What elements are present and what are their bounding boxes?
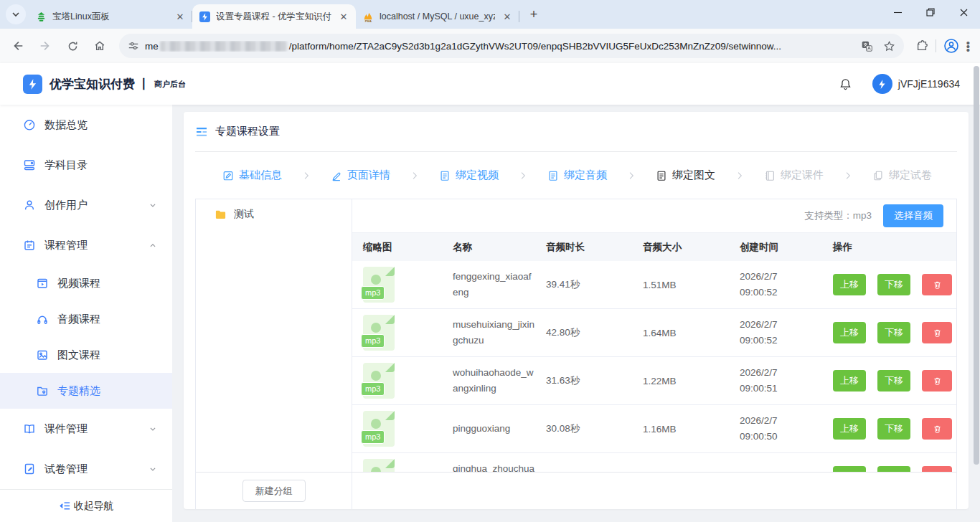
folder-icon [215, 209, 227, 221]
dashboard-gauge-icon [23, 118, 36, 131]
window-restore-button[interactable] [914, 0, 947, 24]
step-bind-video[interactable]: 绑定视频 [439, 169, 499, 182]
translate-icon[interactable] [861, 40, 873, 52]
scrollbar-thumb[interactable] [974, 66, 979, 465]
sidebar-item-course-management[interactable]: 课程管理 [0, 225, 172, 265]
browser-menu-icon[interactable]: ••• [966, 41, 970, 52]
folder-name: 测试 [234, 208, 254, 221]
exam-paper-icon [23, 462, 36, 475]
username[interactable]: jVFJjE119634 [898, 78, 960, 90]
page-scrollbar [973, 63, 980, 522]
url-bar[interactable]: me/platform/home/ZTA2aC9yS2d3b1g2a1dGZyt… [119, 34, 904, 58]
svg-text:PMA: PMA [365, 19, 372, 22]
site-settings-icon[interactable] [128, 40, 139, 52]
topic-folder-icon [36, 384, 49, 397]
tab-close-icon[interactable]: ✕ [501, 10, 514, 23]
reload-button[interactable] [60, 34, 85, 58]
sidebar-item-data-overview[interactable]: 数据总览 [0, 105, 172, 145]
home-button[interactable] [88, 34, 112, 58]
move-up-button[interactable]: 上移 [833, 370, 866, 392]
sidebar-item-video-courses[interactable]: 视频课程 [0, 265, 172, 301]
media-area: 支持类型：mp3 选择音频 缩略图 名称 音频时长 音频大小 创建时间 操作 [352, 199, 956, 472]
sidebar-item-courseware-management[interactable]: 课件管理 [0, 409, 172, 449]
move-down-button[interactable]: 下移 [877, 370, 910, 392]
new-tab-button[interactable]: + [524, 4, 544, 24]
url-redacted-segment [160, 41, 288, 52]
delete-button[interactable] [922, 418, 952, 440]
delete-button[interactable] [922, 322, 952, 343]
sidebar-item-article-courses[interactable]: 图文课程 [0, 337, 172, 373]
step-separator-icon [410, 171, 420, 181]
audio-course-icon [36, 313, 49, 326]
main-content: 专题课程设置 基础信息 页面详情 绑定视频 [172, 105, 980, 522]
audio-created-time: 2026/2/709:00:50 [729, 413, 822, 445]
chevron-up-icon [148, 240, 158, 250]
audio-name: musehuixiang_jixingchuzu [442, 317, 535, 348]
select-audio-button[interactable]: 选择音频 [883, 204, 943, 227]
user-icon [23, 199, 36, 212]
delete-button[interactable] [922, 466, 952, 472]
supported-type-hint: 支持类型：mp3 [804, 209, 872, 222]
extensions-icon[interactable] [915, 39, 928, 52]
move-down-button[interactable]: 下移 [877, 274, 910, 295]
mp3-file-icon: mp3 [363, 267, 395, 303]
column-header-name: 名称 [442, 239, 535, 255]
window-minimize-button[interactable] [881, 0, 914, 24]
bookmark-star-icon[interactable] [883, 40, 895, 52]
browser-tab-phpmyadmin[interactable]: PMA localhost / MySQL / uxue_xyz ✕ [356, 4, 519, 29]
sidebar-item-audio-courses[interactable]: 音频课程 [0, 301, 172, 337]
browser-tab-baota[interactable]: 宝塔Linux面板 ✕ [29, 4, 192, 29]
step-bind-courseware[interactable]: 绑定课件 [764, 169, 824, 182]
move-up-button[interactable]: 上移 [833, 466, 866, 472]
move-up-button[interactable]: 上移 [833, 274, 866, 295]
sidebar-item-creators[interactable]: 创作用户 [0, 185, 172, 225]
notification-bell-icon[interactable] [839, 77, 852, 91]
delete-button[interactable] [922, 274, 952, 295]
collapse-nav-button[interactable]: 收起导航 [0, 489, 172, 522]
trash-icon [932, 376, 943, 386]
group-folder-item[interactable]: 测试 [196, 199, 352, 229]
column-header-duration: 音频时长 [535, 241, 632, 254]
book-icon [23, 422, 36, 435]
step-page-details[interactable]: 页面详情 [331, 169, 390, 182]
trash-icon [932, 472, 943, 473]
user-avatar[interactable] [872, 74, 892, 94]
app-header: 优学宝知识付费 丨 商户后台 jVFJjE119634 [0, 63, 980, 105]
step-bind-exam[interactable]: 绑定试卷 [872, 169, 932, 182]
audio-size: 1.64MB [632, 328, 729, 338]
trash-icon [932, 328, 943, 338]
browser-tab-current[interactable]: 设置专题课程 - 优学宝知识付费 ✕ [192, 4, 356, 29]
move-up-button[interactable]: 上移 [833, 322, 866, 343]
trash-icon [932, 424, 943, 435]
mp3-file-icon: mp3 [363, 315, 395, 351]
move-down-button[interactable]: 下移 [877, 466, 910, 472]
step-basic-info[interactable]: 基础信息 [222, 169, 282, 182]
window-close-button[interactable] [947, 0, 980, 24]
step-bind-image-text[interactable]: 绑定图文 [656, 169, 715, 182]
delete-button[interactable] [922, 370, 952, 392]
url-text: me/platform/home/ZTA2aC9yS2d3b1g2a1dGZyt… [145, 41, 855, 52]
tab-close-icon[interactable]: ✕ [337, 10, 350, 23]
move-up-button[interactable]: 上移 [833, 418, 866, 440]
profile-icon[interactable] [943, 38, 959, 54]
sidebar-item-topic-selection[interactable]: 专题精选 [0, 373, 172, 409]
mp3-file-icon: mp3 [363, 459, 395, 472]
document-icon [439, 170, 451, 181]
sidebar-item-subject-catalog[interactable]: 学科目录 [0, 145, 172, 185]
copy-document-icon [872, 170, 884, 181]
tab-search-button[interactable] [6, 4, 26, 24]
table-body: mp3 fenggexing_xiaoafeng 39.41秒 1.51MB 2… [352, 261, 956, 472]
tab-close-icon[interactable]: ✕ [174, 10, 187, 23]
back-button[interactable] [6, 34, 30, 58]
audio-binding-panel: 测试 支持类型：mp3 选择音频 缩略图 名称 音频时长 音频大小 [195, 199, 957, 473]
move-down-button[interactable]: 下移 [877, 418, 910, 440]
move-down-button[interactable]: 下移 [877, 322, 910, 343]
new-group-button[interactable]: 新建分组 [242, 480, 306, 502]
sidebar-item-exam-management[interactable]: 试卷管理 [0, 449, 172, 489]
mp3-file-icon: mp3 [363, 363, 395, 399]
step-bind-audio[interactable]: 绑定音频 [547, 169, 607, 182]
brand-divider: 丨 [138, 76, 150, 92]
audio-duration: 39.41秒 [535, 278, 632, 291]
audio-size: 1.51MB [632, 280, 729, 290]
forward-button[interactable] [33, 34, 57, 58]
